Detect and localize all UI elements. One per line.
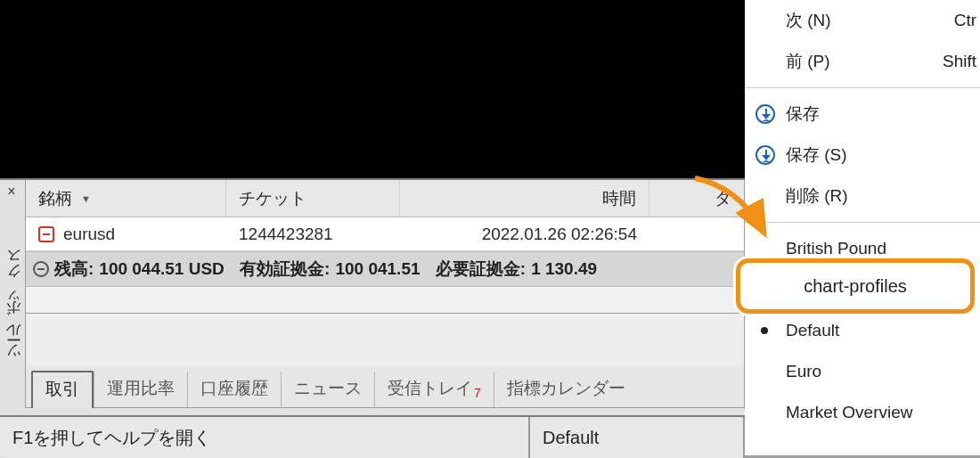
tab-trade[interactable]: 取引 [31, 371, 94, 408]
positions-table: 銘柄▼ チケット 時間 タ eurusd 1244423281 2022.01.… [25, 180, 745, 314]
menu-item-label: chart-profiles [786, 280, 884, 299]
sort-desc-icon: ▼ [81, 193, 91, 204]
table-row[interactable]: eurusd 1244423281 2022.01.26 02:26:54 [26, 217, 744, 251]
panel-body-space [25, 314, 745, 367]
download-icon [755, 104, 775, 124]
collapse-icon[interactable] [33, 261, 49, 277]
th-symbol[interactable]: 銘柄▼ [26, 180, 226, 217]
tab-history[interactable]: 口座履歴 [187, 372, 281, 407]
balance-value: 100 044.51 USD [99, 259, 225, 279]
menu-item-label: 前 (P) [786, 50, 830, 73]
menu-separator [745, 87, 980, 88]
panel-tabs: 取引 運用比率 口座履歴 ニュース 受信トレイ7 指標カレンダー [25, 367, 745, 408]
td-symbol-text: eurusd [63, 225, 115, 244]
tab-exposure[interactable]: 運用比率 [94, 372, 187, 407]
inbox-badge: 7 [474, 386, 481, 400]
td-symbol: eurusd [26, 225, 226, 244]
equity-value: 100 041.51 [335, 259, 420, 279]
tab-inbox-label: 受信トレイ [388, 379, 472, 397]
menu-item-prev[interactable]: 前 (P) Shift [745, 41, 980, 82]
menu-item-save-as[interactable]: 保存 (S) [745, 135, 980, 176]
menu-item-shortcut: Ctr [954, 11, 980, 30]
margin-value: 1 130.49 [531, 259, 597, 279]
menu-item-shortcut: Shift [943, 52, 980, 71]
margin-label: 必要証拠金: [436, 258, 526, 281]
top-black-area [0, 0, 745, 178]
th-last[interactable]: タ [649, 180, 744, 217]
th-symbol-label: 銘柄 [38, 187, 72, 210]
menu-item-label: 削除 (R) [786, 184, 848, 208]
menu-item-next[interactable]: 次 (N) Ctr [745, 0, 980, 41]
menu-item-label: 保存 (S) [786, 143, 847, 167]
tab-calendar[interactable]: 指標カレンダー [494, 372, 638, 407]
td-time: 2022.01.26 02:26:54 [400, 225, 649, 244]
menu-item-label: Default [786, 321, 839, 340]
menu-item-label: Market Overview [786, 403, 913, 422]
download-icon [755, 145, 775, 165]
position-sell-icon [38, 226, 54, 242]
panel-vertical-title-text: ツールボックス [3, 251, 23, 366]
toolbox-panel: × ツールボックス 銘柄▼ チケット 時間 タ eurusd 124442328… [0, 178, 745, 458]
menu-item-profile-default[interactable]: Default [745, 310, 980, 351]
tab-inbox[interactable]: 受信トレイ7 [374, 372, 494, 407]
menu-separator [745, 222, 980, 223]
menu-item-label: 次 (N) [786, 9, 831, 32]
th-ticket[interactable]: チケット [226, 180, 400, 217]
menu-item-label: 保存 [786, 102, 820, 126]
menu-item-label: British Pound [786, 239, 886, 258]
th-time[interactable]: 時間 [400, 180, 649, 217]
menu-item-profile-euro[interactable]: Euro [745, 351, 980, 392]
table-header-row: 銘柄▼ チケット 時間 タ [26, 180, 744, 217]
menu-item-profile-british-pound[interactable]: British Pound [745, 228, 980, 269]
bullet-icon [761, 327, 768, 334]
menu-item-label: Euro [786, 362, 821, 381]
equity-label: 有効証拠金: [240, 258, 330, 281]
account-summary-row: 残高: 100 044.51 USD 有効証拠金: 100 041.51 必要証… [26, 251, 744, 287]
td-ticket: 1244423281 [226, 225, 400, 244]
menu-item-delete[interactable]: 削除 (R) [745, 176, 980, 217]
status-help: F1を押してヘルプを開く [0, 417, 530, 458]
menu-item-profile-chart-profiles[interactable]: chart-profiles [745, 269, 980, 310]
status-profile: Default [530, 417, 745, 458]
panel-vertical-title: ツールボックス [0, 207, 25, 410]
status-bar: F1を押してヘルプを開く Default [0, 415, 745, 458]
tab-news[interactable]: ニュース [281, 372, 374, 407]
close-icon[interactable]: × [4, 184, 20, 200]
menu-item-save[interactable]: 保存 [745, 94, 980, 135]
menu-item-profile-market-overview[interactable]: Market Overview [745, 392, 980, 433]
balance-label: 残高: [54, 258, 94, 281]
context-menu: 次 (N) Ctr 前 (P) Shift 保存 保存 (S) 削除 (R) B… [745, 0, 980, 458]
panel-left-strip: × ツールボックス [0, 180, 25, 410]
